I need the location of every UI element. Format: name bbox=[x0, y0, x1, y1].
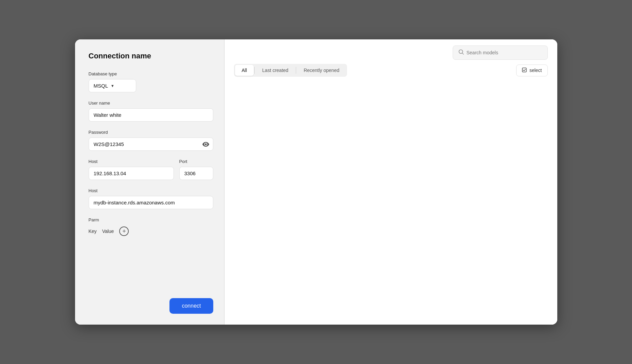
password-group: Password bbox=[89, 130, 213, 151]
port-label: Port bbox=[179, 159, 213, 164]
tabs-row: All Last created Recently opened select bbox=[224, 64, 557, 82]
username-group: User name bbox=[89, 101, 213, 122]
db-type-label: Database type bbox=[89, 71, 213, 76]
host-port-row: Host Port bbox=[89, 159, 213, 188]
select-label: select bbox=[529, 68, 542, 73]
host2-label: Host bbox=[89, 188, 213, 193]
svg-line-1 bbox=[462, 53, 464, 54]
chevron-down-icon: ▾ bbox=[111, 83, 114, 88]
db-type-value: MSQL bbox=[94, 83, 108, 89]
host2-group: Host bbox=[89, 188, 213, 209]
right-content bbox=[224, 82, 557, 325]
right-header bbox=[224, 39, 557, 64]
connect-btn-row: connect bbox=[89, 298, 213, 314]
username-input[interactable] bbox=[89, 108, 213, 122]
app-window: Connection name Database type MSQL ▾ Use… bbox=[75, 39, 557, 325]
parm-key-label: Key bbox=[89, 229, 97, 234]
add-parm-button[interactable]: + bbox=[119, 226, 129, 236]
db-type-select[interactable]: MSQL ▾ bbox=[89, 79, 136, 92]
parm-label: Parm bbox=[89, 217, 213, 222]
host-input[interactable] bbox=[89, 167, 174, 180]
parm-value-label: Value bbox=[102, 229, 114, 234]
password-wrapper bbox=[89, 138, 213, 151]
port-input[interactable] bbox=[179, 167, 213, 180]
left-panel: Connection name Database type MSQL ▾ Use… bbox=[75, 39, 224, 325]
port-group: Port bbox=[179, 159, 213, 180]
toggle-password-button[interactable] bbox=[202, 142, 209, 147]
username-label: User name bbox=[89, 101, 213, 106]
parm-row: Key Value + bbox=[89, 226, 213, 236]
host2-input[interactable] bbox=[89, 196, 213, 209]
right-panel: All Last created Recently opened select bbox=[224, 39, 557, 325]
check-icon bbox=[522, 68, 527, 73]
connect-button[interactable]: connect bbox=[169, 298, 213, 314]
search-box bbox=[453, 46, 548, 60]
db-type-group: Database type MSQL ▾ bbox=[89, 71, 213, 92]
tab-recently-opened[interactable]: Recently opened bbox=[297, 65, 346, 76]
search-icon bbox=[458, 49, 464, 56]
connection-title: Connection name bbox=[89, 52, 213, 60]
password-label: Password bbox=[89, 130, 213, 135]
tab-last-created[interactable]: Last created bbox=[255, 65, 295, 76]
host-label: Host bbox=[89, 159, 174, 164]
tab-divider-1 bbox=[254, 67, 255, 74]
host-group: Host bbox=[89, 159, 174, 180]
search-input[interactable] bbox=[467, 50, 542, 55]
tabs-container: All Last created Recently opened bbox=[234, 64, 347, 77]
password-input[interactable] bbox=[89, 138, 213, 151]
eye-icon bbox=[202, 142, 209, 147]
tab-divider-2 bbox=[296, 67, 296, 74]
select-button[interactable]: select bbox=[516, 65, 548, 76]
tab-all[interactable]: All bbox=[235, 65, 254, 76]
parm-group: Parm Key Value + bbox=[89, 217, 213, 236]
